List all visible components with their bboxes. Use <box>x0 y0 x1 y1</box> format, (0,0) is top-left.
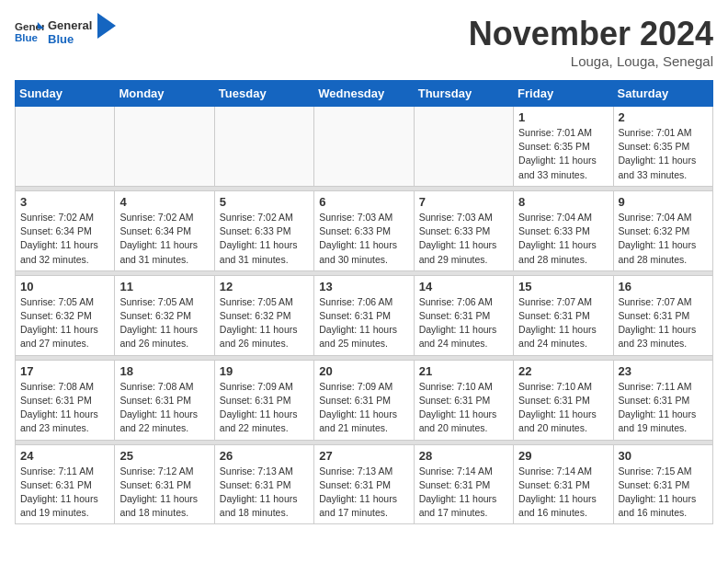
day-number: 10 <box>20 280 109 293</box>
day-number: 26 <box>220 449 309 463</box>
day-info: Sunrise: 7:02 AM Sunset: 6:34 PM Dayligh… <box>20 211 109 267</box>
calendar-cell: 17Sunrise: 7:08 AM Sunset: 6:31 PM Dayli… <box>16 360 115 440</box>
weekday-header-thursday: Thursday <box>414 81 513 107</box>
calendar-cell <box>314 107 414 187</box>
day-info: Sunrise: 7:14 AM Sunset: 6:31 PM Dayligh… <box>518 465 608 521</box>
day-number: 12 <box>220 280 309 293</box>
day-info: Sunrise: 7:09 AM Sunset: 6:31 PM Dayligh… <box>319 380 408 436</box>
day-info: Sunrise: 7:07 AM Sunset: 6:31 PM Dayligh… <box>619 295 708 351</box>
calendar-cell: 24Sunrise: 7:11 AM Sunset: 6:31 PM Dayli… <box>16 444 115 524</box>
day-number: 1 <box>518 110 608 124</box>
calendar-cell <box>115 107 214 187</box>
calendar-cell <box>16 107 115 187</box>
calendar-cell: 12Sunrise: 7:05 AM Sunset: 6:32 PM Dayli… <box>214 275 313 355</box>
day-number: 28 <box>419 449 508 463</box>
day-number: 18 <box>119 364 209 378</box>
calendar-cell: 28Sunrise: 7:14 AM Sunset: 6:31 PM Dayli… <box>414 444 513 524</box>
calendar-cell: 3Sunrise: 7:02 AM Sunset: 6:34 PM Daylig… <box>16 190 115 270</box>
logo: General Blue General Blue <box>15 15 116 46</box>
calendar-cell: 21Sunrise: 7:10 AM Sunset: 6:31 PM Dayli… <box>414 360 513 440</box>
calendar-cell: 13Sunrise: 7:06 AM Sunset: 6:31 PM Dayli… <box>314 275 414 355</box>
day-number: 11 <box>119 280 209 293</box>
calendar-cell: 4Sunrise: 7:02 AM Sunset: 6:34 PM Daylig… <box>115 190 214 270</box>
day-info: Sunrise: 7:15 AM Sunset: 6:31 PM Dayligh… <box>619 465 708 521</box>
day-number: 13 <box>319 280 408 293</box>
day-info: Sunrise: 7:08 AM Sunset: 6:31 PM Dayligh… <box>119 380 209 436</box>
weekday-header-sunday: Sunday <box>16 81 115 107</box>
calendar-cell: 20Sunrise: 7:09 AM Sunset: 6:31 PM Dayli… <box>314 360 414 440</box>
calendar-week-row: 24Sunrise: 7:11 AM Sunset: 6:31 PM Dayli… <box>16 444 713 524</box>
day-number: 6 <box>319 195 408 209</box>
calendar-week-row: 1Sunrise: 7:01 AM Sunset: 6:35 PM Daylig… <box>16 107 713 187</box>
day-number: 25 <box>119 449 209 463</box>
day-info: Sunrise: 7:03 AM Sunset: 6:33 PM Dayligh… <box>419 211 508 267</box>
day-info: Sunrise: 7:04 AM Sunset: 6:32 PM Dayligh… <box>619 211 708 267</box>
calendar-cell: 19Sunrise: 7:09 AM Sunset: 6:31 PM Dayli… <box>214 360 313 440</box>
calendar-cell: 1Sunrise: 7:01 AM Sunset: 6:35 PM Daylig… <box>514 107 613 187</box>
weekday-header-tuesday: Tuesday <box>214 81 313 107</box>
calendar-week-row: 3Sunrise: 7:02 AM Sunset: 6:34 PM Daylig… <box>16 190 713 270</box>
calendar-cell: 29Sunrise: 7:14 AM Sunset: 6:31 PM Dayli… <box>514 444 613 524</box>
day-number: 16 <box>619 280 708 293</box>
day-number: 14 <box>419 280 508 293</box>
day-number: 15 <box>518 280 608 293</box>
calendar-cell: 30Sunrise: 7:15 AM Sunset: 6:31 PM Dayli… <box>613 444 712 524</box>
location-label: Louga, Louga, Senegal <box>469 53 713 69</box>
day-info: Sunrise: 7:01 AM Sunset: 6:35 PM Dayligh… <box>518 126 608 182</box>
day-info: Sunrise: 7:02 AM Sunset: 6:33 PM Dayligh… <box>220 211 309 267</box>
calendar-cell: 2Sunrise: 7:01 AM Sunset: 6:35 PM Daylig… <box>613 107 712 187</box>
day-info: Sunrise: 7:01 AM Sunset: 6:35 PM Dayligh… <box>619 126 708 182</box>
day-info: Sunrise: 7:08 AM Sunset: 6:31 PM Dayligh… <box>20 380 109 436</box>
calendar-cell: 9Sunrise: 7:04 AM Sunset: 6:32 PM Daylig… <box>613 190 712 270</box>
day-number: 9 <box>619 195 708 209</box>
day-info: Sunrise: 7:02 AM Sunset: 6:34 PM Dayligh… <box>119 211 209 267</box>
calendar-cell: 22Sunrise: 7:10 AM Sunset: 6:31 PM Dayli… <box>514 360 613 440</box>
calendar-cell: 11Sunrise: 7:05 AM Sunset: 6:32 PM Dayli… <box>115 275 214 355</box>
calendar-cell: 10Sunrise: 7:05 AM Sunset: 6:32 PM Dayli… <box>16 275 115 355</box>
day-info: Sunrise: 7:04 AM Sunset: 6:33 PM Dayligh… <box>518 211 608 267</box>
day-info: Sunrise: 7:11 AM Sunset: 6:31 PM Dayligh… <box>20 465 109 521</box>
weekday-header-saturday: Saturday <box>613 81 712 107</box>
day-number: 27 <box>319 449 408 463</box>
calendar-cell: 27Sunrise: 7:13 AM Sunset: 6:31 PM Dayli… <box>314 444 414 524</box>
calendar-cell: 16Sunrise: 7:07 AM Sunset: 6:31 PM Dayli… <box>613 275 712 355</box>
logo-general: General <box>48 18 92 32</box>
calendar-cell: 8Sunrise: 7:04 AM Sunset: 6:33 PM Daylig… <box>514 190 613 270</box>
calendar-cell: 15Sunrise: 7:07 AM Sunset: 6:31 PM Dayli… <box>514 275 613 355</box>
day-info: Sunrise: 7:10 AM Sunset: 6:31 PM Dayligh… <box>518 380 608 436</box>
day-info: Sunrise: 7:05 AM Sunset: 6:32 PM Dayligh… <box>220 295 309 351</box>
calendar-header-row: SundayMondayTuesdayWednesdayThursdayFrid… <box>16 81 713 107</box>
day-info: Sunrise: 7:06 AM Sunset: 6:31 PM Dayligh… <box>319 295 408 351</box>
day-number: 17 <box>20 364 109 378</box>
day-number: 20 <box>319 364 408 378</box>
month-title: November 2024 <box>469 15 713 53</box>
day-info: Sunrise: 7:06 AM Sunset: 6:31 PM Dayligh… <box>419 295 508 351</box>
day-info: Sunrise: 7:07 AM Sunset: 6:31 PM Dayligh… <box>518 295 608 351</box>
svg-marker-3 <box>97 13 116 39</box>
day-number: 4 <box>119 195 209 209</box>
calendar-cell: 5Sunrise: 7:02 AM Sunset: 6:33 PM Daylig… <box>214 190 313 270</box>
day-info: Sunrise: 7:10 AM Sunset: 6:31 PM Dayligh… <box>419 380 508 436</box>
day-info: Sunrise: 7:13 AM Sunset: 6:31 PM Dayligh… <box>220 465 309 521</box>
day-number: 22 <box>518 364 608 378</box>
day-number: 21 <box>419 364 508 378</box>
day-number: 7 <box>419 195 508 209</box>
day-number: 8 <box>518 195 608 209</box>
calendar-cell <box>214 107 313 187</box>
svg-text:Blue: Blue <box>15 32 39 43</box>
day-number: 24 <box>20 449 109 463</box>
day-number: 29 <box>518 449 608 463</box>
weekday-header-wednesday: Wednesday <box>314 81 414 107</box>
calendar-cell: 23Sunrise: 7:11 AM Sunset: 6:31 PM Dayli… <box>613 360 712 440</box>
logo-blue: Blue <box>48 32 92 46</box>
logo-arrow-icon <box>97 13 116 39</box>
calendar-cell: 7Sunrise: 7:03 AM Sunset: 6:33 PM Daylig… <box>414 190 513 270</box>
page-header: General Blue General Blue November 2024 … <box>15 15 713 69</box>
calendar-cell: 25Sunrise: 7:12 AM Sunset: 6:31 PM Dayli… <box>115 444 214 524</box>
weekday-header-friday: Friday <box>514 81 613 107</box>
day-info: Sunrise: 7:09 AM Sunset: 6:31 PM Dayligh… <box>220 380 309 436</box>
day-number: 23 <box>619 364 708 378</box>
day-info: Sunrise: 7:05 AM Sunset: 6:32 PM Dayligh… <box>119 295 209 351</box>
day-info: Sunrise: 7:03 AM Sunset: 6:33 PM Dayligh… <box>319 211 408 267</box>
calendar-week-row: 10Sunrise: 7:05 AM Sunset: 6:32 PM Dayli… <box>16 275 713 355</box>
